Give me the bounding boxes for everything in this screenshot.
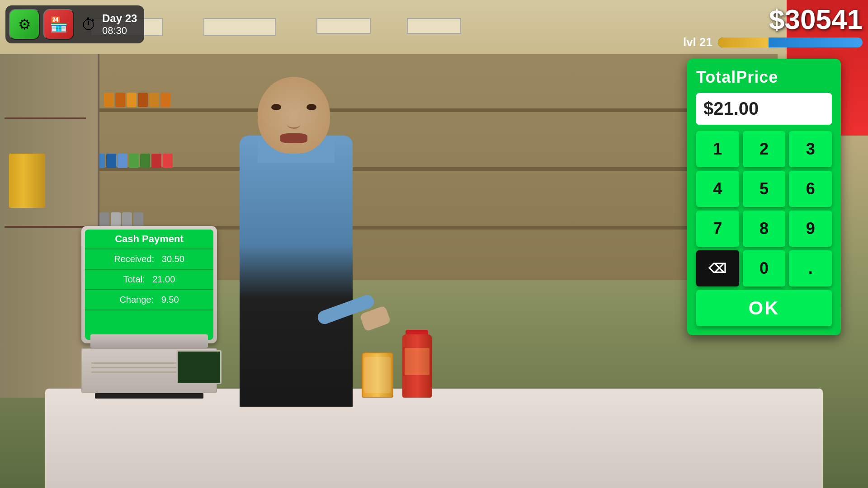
hud-level-label: lvl 21 [683, 35, 712, 49]
total-label: Total: [123, 274, 145, 284]
mini-can [111, 212, 121, 227]
received-label: Received: [114, 254, 154, 264]
character-head [258, 77, 330, 154]
character-body [240, 136, 353, 407]
cash-payment-title: Cash Payment [85, 230, 213, 249]
hud-timer: ⏱ [81, 16, 97, 33]
store-icon: 🏪 [50, 16, 68, 33]
numpad-key-3[interactable]: 3 [789, 131, 832, 167]
xp-bar [718, 38, 863, 47]
secondary-screen [176, 350, 222, 384]
eye-right [307, 104, 316, 110]
cash-payment-display: Cash Payment Received: 30.50 Total: 21.0… [85, 230, 213, 340]
mini-can [133, 212, 143, 227]
hud-money: $30541 [769, 5, 863, 33]
shelf-cans-3 [99, 212, 143, 227]
shelf-divider [5, 117, 86, 119]
yellow-books [9, 154, 45, 208]
xp-bar-blue [769, 38, 863, 47]
numpad-display: $21.00 [696, 93, 832, 125]
hud-topleft: ⚙ 🏪 ⏱ Day 23 08:30 [5, 5, 144, 43]
change-value: 9.50 [161, 295, 179, 305]
mini-can [149, 93, 159, 107]
numpad-key-2[interactable]: 2 [743, 131, 786, 167]
shelf-cans-1 [104, 93, 170, 107]
day-time-display: Day 23 08:30 [102, 12, 137, 37]
settings-icon: ⚙ [18, 16, 31, 33]
hud-topright: $30541 lvl 21 [683, 5, 863, 49]
backspace-icon: ⌫ [708, 261, 726, 276]
pos-terminal: Cash Payment Received: 30.50 Total: 21.0… [72, 226, 226, 416]
total-value: 21.00 [152, 274, 175, 284]
shelf-cans-2 [95, 154, 173, 168]
numpad-key-0[interactable]: 0 [743, 250, 786, 286]
numpad-panel: TotalPrice $21.00 1 2 3 4 5 6 7 8 9 ⌫ 0 … [687, 59, 841, 335]
mini-can [122, 212, 132, 227]
numpad-backspace-button[interactable]: ⌫ [696, 250, 739, 286]
numpad-title: TotalPrice [696, 68, 832, 87]
numpad-key-7[interactable]: 7 [696, 211, 739, 247]
mini-can [118, 154, 127, 168]
xp-bar-gold [718, 38, 769, 47]
hud-day: Day 23 [102, 12, 137, 25]
mini-can [151, 154, 161, 168]
mini-can [129, 154, 139, 168]
product-bottle [402, 334, 432, 398]
numpad-grid: 1 2 3 4 5 6 7 8 9 [696, 131, 832, 247]
mini-can [104, 93, 114, 107]
change-label: Change: [119, 295, 154, 305]
eye-left [271, 104, 281, 110]
printer-slot [95, 393, 203, 399]
total-row: Total: 21.00 [85, 270, 213, 290]
mouth [280, 133, 307, 143]
mini-can [160, 93, 170, 107]
mini-can [163, 154, 173, 168]
numpad-key-6[interactable]: 6 [789, 171, 832, 207]
numpad-key-dot[interactable]: . [789, 250, 832, 286]
numpad-key-8[interactable]: 8 [743, 211, 786, 247]
secondary-screen-inner [178, 352, 220, 383]
received-row: Received: 30.50 [85, 249, 213, 270]
pos-screen-inner: Cash Payment Received: 30.50 Total: 21.0… [85, 230, 213, 340]
store-button[interactable]: 🏪 [43, 9, 74, 40]
ceiling-light-4 [407, 18, 461, 34]
can-label [364, 357, 391, 393]
mini-can [99, 212, 109, 227]
pos-base [90, 334, 208, 348]
mini-can [106, 154, 116, 168]
mini-can [127, 93, 137, 107]
numpad-key-9[interactable]: 9 [789, 211, 832, 247]
nose [287, 120, 301, 129]
shelf-row-1 [90, 108, 778, 112]
numpad-key-1[interactable]: 1 [696, 131, 739, 167]
mini-can [138, 93, 148, 107]
character [217, 36, 375, 407]
bottle-label [405, 348, 429, 375]
product-can [362, 352, 393, 398]
mini-can [115, 93, 125, 107]
mini-can [140, 154, 150, 168]
ceiling-light-2 [203, 18, 276, 36]
change-row: Change: 9.50 [85, 290, 213, 310]
hud-level-row: lvl 21 [683, 35, 863, 49]
pos-screen-outer: Cash Payment Received: 30.50 Total: 21.0… [81, 226, 217, 343]
hud-time: 08:30 [102, 25, 137, 37]
ceiling-light-3 [316, 18, 371, 34]
settings-button[interactable]: ⚙ [9, 9, 40, 40]
numpad-ok-button[interactable]: OK [696, 290, 832, 326]
timer-icon: ⏱ [81, 16, 97, 33]
numpad-bottom-row: ⌫ 0 . [696, 250, 832, 286]
shelf-row-2 [90, 167, 778, 171]
received-value: 30.50 [162, 254, 184, 264]
numpad-key-4[interactable]: 4 [696, 171, 739, 207]
numpad-key-5[interactable]: 5 [743, 171, 786, 207]
